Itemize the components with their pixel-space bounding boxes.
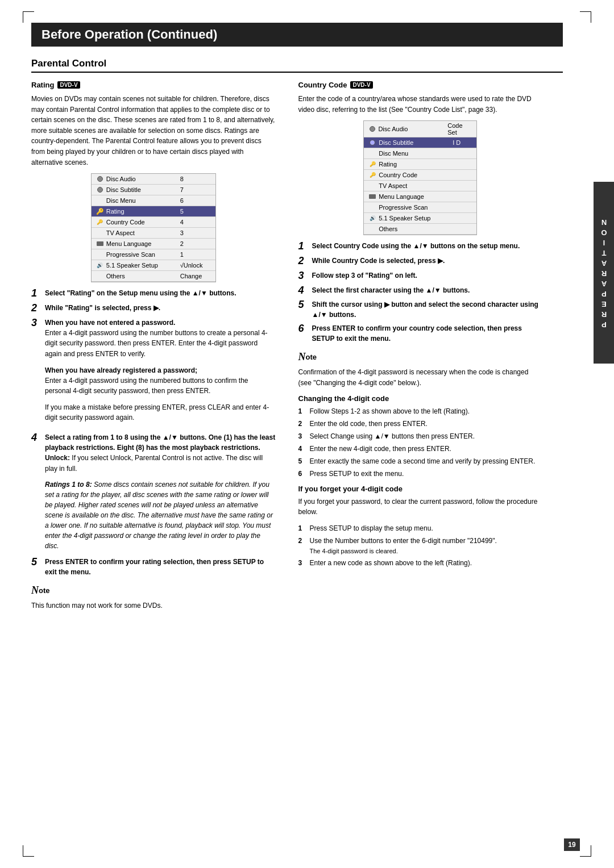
right-column: Country Code DVD-V Enter the code of a c… — [298, 81, 563, 617]
country-code-body: Enter the code of a country/area whose s… — [298, 94, 543, 115]
corner-tr — [580, 11, 591, 23]
forget-body: If you forget your password, to clear th… — [298, 496, 543, 518]
menu-row-menu-language: Menu Language 2 — [92, 239, 215, 249]
side-tab-label: PREPARATION — [600, 216, 608, 329]
right-step-1: 1 Select Country Code using the ▲/▼ butt… — [298, 241, 543, 252]
changing-step-5: 5 Enter exactly the same code a second t… — [298, 456, 543, 466]
right-step-5: 5 Shift the cursor using ▶ button and se… — [298, 299, 543, 320]
forget-steps-list: 1 Press SETUP to display the setup menu.… — [298, 523, 543, 568]
menu-right-rating: 🔑 Rating — [364, 159, 476, 170]
page-title: Before Operation (Continued) — [31, 23, 563, 47]
menu-row-disc-audio: Disc Audio 8 — [92, 174, 215, 185]
main-content: Before Operation (Continued) Parental Co… — [31, 23, 586, 617]
setup-menu-left: Disc Audio 8 Disc Subtitle 7 Disc Menu 6 — [91, 173, 216, 282]
menu-right-disc-menu: Disc Menu — [364, 148, 476, 159]
left-step-2: 2 While "Rating" is selected, press ▶. — [31, 303, 276, 314]
menu-right-others: Others — [364, 224, 476, 235]
changing-step-4: 4 Enter the new 4-digit code, then press… — [298, 444, 543, 454]
left-step-4: 4 Select a rating from 1 to 8 using the … — [31, 432, 276, 553]
rating-body: Movies on DVDs may contain scenes not su… — [31, 94, 276, 168]
right-step-2: 2 While Country Code is selected, press … — [298, 256, 543, 267]
country-code-heading: Country Code DVD-V — [298, 81, 543, 89]
dvd-badge-rating: DVD-V — [57, 81, 80, 89]
changing-step-2: 2 Enter the old code, then press ENTER. — [298, 419, 543, 429]
corner-bl — [23, 845, 34, 857]
menu-right-disc-subtitle: Disc Subtitle I D — [364, 137, 476, 148]
changing-steps-list: 1 Follow Steps 1-2 as shown above to the… — [298, 406, 543, 479]
forget-step-2: 2 Use the Number buttons to enter the 6-… — [298, 536, 543, 556]
changing-step-3: 3 Select Change using ▲/▼ buttons then p… — [298, 431, 543, 441]
right-step-3: 3 Follow step 3 of "Rating" on left. — [298, 270, 543, 282]
menu-row-tv-aspect: TV Aspect 3 — [92, 228, 215, 239]
forget-step-1: 1 Press SETUP to display the setup menu. — [298, 523, 543, 533]
section-title: Parental Control — [31, 58, 563, 73]
left-step-5: 5 Press ENTER to confirm your rating sel… — [31, 557, 276, 577]
preparation-tab: PREPARATION — [594, 182, 614, 364]
forget-step-2-sub: The 4-digit password is cleared. — [310, 547, 497, 556]
right-steps: 1 Select Country Code using the ▲/▼ butt… — [298, 241, 543, 344]
changing-step-1: 1 Follow Steps 1-2 as shown above to the… — [298, 406, 543, 416]
menu-right-speaker: 🔊 5.1 Speaker Setup — [364, 213, 476, 224]
right-step-6: 6 Press ENTER to confirm your country co… — [298, 323, 543, 344]
left-column: Rating DVD-V Movies on DVDs may contain … — [31, 81, 281, 617]
menu-right-tv-aspect: TV Aspect — [364, 181, 476, 191]
menu-row-progressive-scan: Progressive Scan 1 — [92, 249, 215, 260]
left-note: Note This function may not work for some… — [31, 583, 276, 611]
menu-row-disc-subtitle: Disc Subtitle 7 — [92, 185, 215, 195]
right-note: Note Confirmation of the 4-digit passwor… — [298, 349, 543, 388]
dvd-badge-country: DVD-V — [350, 81, 372, 89]
page-wrapper: PREPARATION 19 Before Operation (Continu… — [0, 0, 614, 868]
two-col-layout: Rating DVD-V Movies on DVDs may contain … — [31, 81, 563, 617]
page-number: 19 — [564, 838, 580, 851]
left-step-3: 3 When you have not entered a password. … — [31, 318, 276, 429]
setup-menu-right: Disc Audio Code Set Disc Subtitle I D Di… — [363, 120, 477, 235]
changing-step-6: 6 Press SETUP to exit the menu. — [298, 469, 543, 479]
corner-tl — [23, 11, 34, 23]
corner-br — [580, 845, 591, 857]
left-steps: 1 Select "Rating" on the Setup menu usin… — [31, 288, 276, 577]
changing-heading: Changing the 4-digit code — [298, 394, 543, 403]
left-step-1: 1 Select "Rating" on the Setup menu usin… — [31, 288, 276, 299]
menu-row-rating: 🔑 Rating 5 — [92, 206, 215, 217]
menu-row-country-code: 🔑 Country Code 4 — [92, 217, 215, 228]
menu-right-progressive-scan: Progressive Scan — [364, 202, 476, 213]
menu-row-speaker-setup: 🔊 5.1 Speaker Setup √Unlock — [92, 260, 215, 271]
forget-heading: If you forget your 4-digit code — [298, 485, 543, 493]
menu-right-menu-language: Menu Language — [364, 191, 476, 202]
right-step-4: 4 Select the first character using the ▲… — [298, 285, 543, 297]
menu-right-disc-audio: Disc Audio Code Set — [364, 121, 476, 137]
forget-step-3: 3 Enter a new code as shown above to the… — [298, 558, 543, 568]
menu-right-country-code: 🔑 Country Code — [364, 170, 476, 181]
rating-heading: Rating DVD-V — [31, 81, 276, 89]
menu-row-disc-menu: Disc Menu 6 — [92, 195, 215, 206]
menu-row-others: Others Change — [92, 271, 215, 282]
